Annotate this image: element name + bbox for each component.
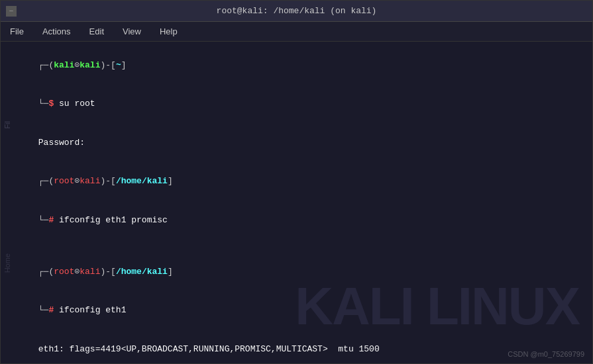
menu-file[interactable]: File — [6, 25, 28, 38]
side-label: Fil — [3, 121, 11, 129]
menu-actions[interactable]: Actions — [38, 25, 75, 38]
watermark-text: CSDN @m0_75269799 — [508, 350, 584, 358]
titlebar: — root@kali: /home/kali (on kali) — [1, 1, 592, 22]
terminal-line-5: └─# ifconfig eth1 promisc — [7, 201, 586, 240]
titlebar-title: root@kali: /home/kali (on kali) — [217, 6, 377, 16]
titlebar-controls: — — [6, 6, 17, 17]
menu-edit[interactable]: Edit — [85, 25, 108, 38]
side-label-home: Home — [3, 253, 11, 273]
terminal-line-2: └─$ su root — [7, 85, 586, 124]
terminal-blank-1 — [7, 240, 586, 253]
menu-help[interactable]: Help — [156, 25, 182, 38]
ifconfig-line-1: eth1: flags=4419<UP,BROADCAST,RUNNING,PR… — [7, 330, 586, 363]
terminal-line-4: ┌─(root⊙kali)-[/home/kali] — [7, 162, 586, 201]
terminal-line-7: └─# ifconfig eth1 — [7, 291, 586, 330]
menu-view[interactable]: View — [119, 25, 145, 38]
titlebar-minimize-button[interactable]: — — [6, 6, 17, 17]
menubar: File Actions Edit View Help — [1, 22, 592, 42]
terminal-window: — root@kali: /home/kali (on kali) File A… — [0, 0, 593, 364]
minimize-icon: — — [9, 8, 13, 15]
terminal-line-1: ┌─(kali⊙kali)-[~] — [7, 46, 586, 85]
terminal-line-6: ┌─(root⊙kali)-[/home/kali] — [7, 252, 586, 291]
terminal-line-3: Password: — [7, 123, 586, 162]
terminal-body[interactable]: ┌─(kali⊙kali)-[~] └─$ su root Password: … — [1, 42, 592, 363]
